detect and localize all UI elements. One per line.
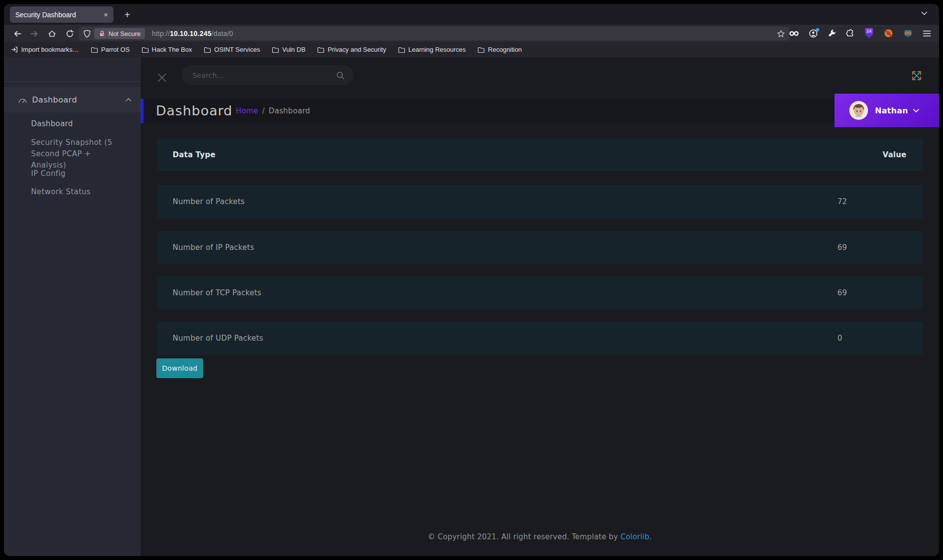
insecure-lock-icon <box>99 30 106 37</box>
page-header: Dashboard Home/Dashboard Nathan <box>141 99 939 123</box>
extensions-puzzle-icon[interactable] <box>846 29 854 37</box>
forward-icon[interactable] <box>28 27 40 40</box>
navigation-toolbar: Not Secure http://10.10.10.245/data/0 <box>4 25 939 42</box>
bookmark-folder-recognition[interactable]: Recognition <box>477 46 522 53</box>
breadcrumb: Home/Dashboard <box>236 106 310 115</box>
bookmarks-bar: Import bookmarks… Parrot OS Hack The Box… <box>4 42 939 57</box>
table-header-row: Data Type Value <box>157 138 923 171</box>
list-all-tabs-icon[interactable] <box>920 9 928 17</box>
svg-text:14: 14 <box>867 29 871 34</box>
avatar <box>849 101 868 120</box>
table-row: Number of IP Packets 69 <box>157 231 923 264</box>
back-icon[interactable] <box>11 27 24 40</box>
extensions-row: 14 <box>789 25 939 42</box>
import-bookmarks-button[interactable]: Import bookmarks… <box>11 46 79 53</box>
reload-icon[interactable] <box>63 27 76 40</box>
chevron-up-icon <box>125 98 132 102</box>
sidebar-item-dashboard[interactable]: Dashboard <box>31 118 125 130</box>
bookmark-folder-hack-the-box[interactable]: Hack The Box <box>142 46 192 53</box>
fullscreen-expand-icon[interactable] <box>910 69 923 82</box>
row-value: 72 <box>837 197 923 206</box>
noscript-blocked-icon[interactable] <box>884 29 893 38</box>
row-label: Number of UDP Packets <box>157 334 837 343</box>
row-value: 69 <box>837 243 923 252</box>
row-label: Number of IP Packets <box>157 243 837 252</box>
import-icon <box>11 46 18 53</box>
table-row: Number of Packets 72 <box>157 185 923 218</box>
sidebar-toggle-close-icon[interactable] <box>157 72 167 83</box>
folder-icon <box>477 46 485 53</box>
account-notification-dot <box>816 28 819 32</box>
sidebar-item-ip-config[interactable]: IP Config <box>31 168 125 179</box>
goggles-extension-icon[interactable] <box>789 30 799 37</box>
sidebar: Dashboard Dashboard Security Snapshot (5… <box>4 57 141 556</box>
tracking-protection-shield-icon[interactable] <box>83 30 91 38</box>
row-label: Number of Packets <box>157 197 837 206</box>
bookmark-folder-osint-services[interactable]: OSINT Services <box>204 46 260 53</box>
bookmark-folder-privacy-and-security[interactable]: Privacy and Security <box>317 46 386 53</box>
firefox-account-icon[interactable] <box>809 29 818 38</box>
new-tab-button[interactable]: + <box>120 8 134 22</box>
row-value: 0 <box>837 334 923 343</box>
folder-icon <box>398 46 405 53</box>
footer-suffix: . <box>650 532 652 541</box>
url-bar[interactable]: Not Secure http://10.10.10.245/data/0 <box>79 27 789 40</box>
user-name: Nathan <box>875 106 908 115</box>
header-accent-bar <box>141 99 144 123</box>
page-title: Dashboard <box>156 103 232 118</box>
home-icon[interactable] <box>45 27 58 40</box>
search-bar <box>181 65 354 85</box>
sidebar-divider <box>4 81 141 82</box>
folder-icon <box>91 46 98 53</box>
privacy-badger-icon[interactable]: 14 <box>864 28 874 38</box>
bookmark-folder-parrot-os[interactable]: Parrot OS <box>91 46 130 53</box>
column-header-value: Value <box>837 150 923 159</box>
main-content: Dashboard Home/Dashboard Nathan Data Typ… <box>141 57 939 556</box>
download-button[interactable]: Download <box>156 358 203 378</box>
tab-close-icon[interactable]: × <box>100 10 108 19</box>
search-icon[interactable] <box>336 71 345 80</box>
menu-hamburger-icon[interactable] <box>923 30 931 37</box>
sidebar-parent-label: Dashboard <box>32 95 125 105</box>
row-value: 69 <box>837 288 923 297</box>
folder-icon <box>317 46 325 53</box>
folder-icon <box>272 46 279 53</box>
folder-icon <box>204 46 211 53</box>
not-secure-label: Not Secure <box>109 30 141 37</box>
user-menu[interactable]: Nathan <box>834 94 939 127</box>
dashboard-page: Dashboard Dashboard Security Snapshot (5… <box>4 57 939 556</box>
colorlib-link[interactable]: Colorlib <box>620 532 650 541</box>
bookmark-folder-learning-resources[interactable]: Learning Resources <box>398 46 466 53</box>
breadcrumb-separator: / <box>262 106 265 115</box>
browser-window: Security Dashboard × + <box>4 4 939 556</box>
proxy-robot-icon[interactable] <box>903 29 913 38</box>
table-row: Number of UDP Packets 0 <box>157 321 923 355</box>
tab-title: Security Dashboard <box>15 11 100 19</box>
wrench-icon[interactable] <box>828 29 836 37</box>
bookmark-folder-vuln-db[interactable]: Vuln DB <box>272 46 305 53</box>
column-header-data-type: Data Type <box>157 150 837 159</box>
folder-icon <box>142 46 149 53</box>
sidebar-item-network-status[interactable]: Network Status <box>31 186 125 198</box>
breadcrumb-home-link[interactable]: Home <box>236 106 258 115</box>
row-label: Number of TCP Packets <box>157 288 837 297</box>
copyright-text: © Copyright 2021. All right reserved. Te… <box>428 532 620 541</box>
not-secure-chip[interactable]: Not Secure <box>94 28 145 39</box>
speedometer-icon <box>18 97 27 104</box>
footer: © Copyright 2021. All right reserved. Te… <box>141 532 939 541</box>
sidebar-item-dashboard-parent[interactable]: Dashboard <box>4 87 141 112</box>
table-row: Number of TCP Packets 69 <box>157 276 923 310</box>
bookmark-star-icon[interactable] <box>777 30 785 38</box>
browser-tab[interactable]: Security Dashboard × <box>10 6 113 23</box>
url-text: http://10.10.10.245/data/0 <box>152 30 233 37</box>
search-input[interactable] <box>192 71 336 79</box>
chevron-down-icon <box>913 108 919 113</box>
sidebar-item-security-snapshot[interactable]: Security Snapshot (5 Second PCAP + Analy… <box>31 137 122 171</box>
tab-bar: Security Dashboard × + <box>4 4 939 25</box>
breadcrumb-current: Dashboard <box>269 106 310 115</box>
